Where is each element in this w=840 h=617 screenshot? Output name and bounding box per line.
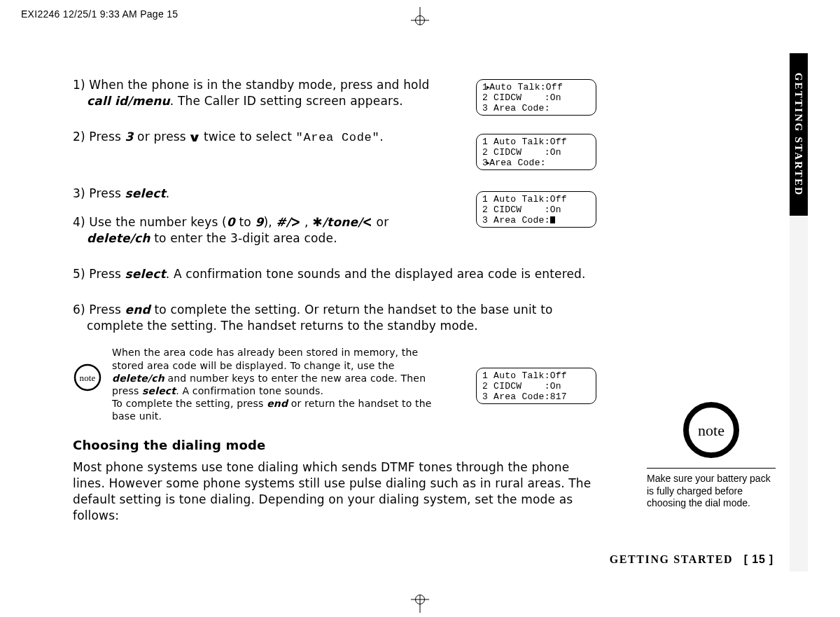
inline-note-text: When the area code has already been stor… (112, 346, 441, 422)
step-6: 6) Press end to complete the setting. Or… (73, 302, 605, 334)
section-tab: GETTING STARTED (790, 53, 808, 216)
step-5: 5) Press select. A confirmation tone sou… (73, 266, 605, 282)
note-icon-large: note (682, 401, 741, 459)
cursor-block-icon (550, 216, 555, 223)
crop-mark-top (402, 7, 438, 28)
body-paragraph: Most phone systems use tone dialing whic… (73, 459, 605, 524)
lcd-screen-1: 1Auto Talk:Off 2 CIDCW :On 3 Area Code: (476, 79, 596, 116)
less-than-icon: < (363, 212, 372, 232)
subheading: Choosing the dialing mode (73, 437, 605, 454)
down-caret-icon: ∨ (188, 130, 202, 146)
lcd-screen-3: 1 Auto Talk:Off 2 CIDCW :On 3 Area Code: (476, 191, 596, 228)
greater-than-icon: > (290, 212, 300, 232)
crop-mark-bottom (402, 592, 438, 613)
lcd-screen-4: 1 Auto Talk:Off 2 CIDCW :On 3 Area Code:… (476, 368, 596, 404)
footer-section: GETTING STARTED (610, 553, 734, 565)
svg-text:note: note (698, 422, 724, 439)
side-note: note Make sure your battery pack is full… (647, 401, 776, 510)
side-strip (790, 216, 808, 571)
side-note-text: Make sure your battery pack is fully cha… (647, 473, 776, 510)
note-icon: note (73, 363, 102, 392)
page-footer: GETTING STARTED [ 15 ] (610, 553, 774, 566)
lcd-screen-2: 1 Auto Talk:Off 2 CIDCW :On 3Area Code: (476, 134, 596, 170)
section-tab-label: GETTING STARTED (793, 73, 805, 197)
page-number: [ 15 ] (744, 553, 774, 565)
svg-text:note: note (79, 373, 95, 383)
divider (647, 468, 776, 469)
